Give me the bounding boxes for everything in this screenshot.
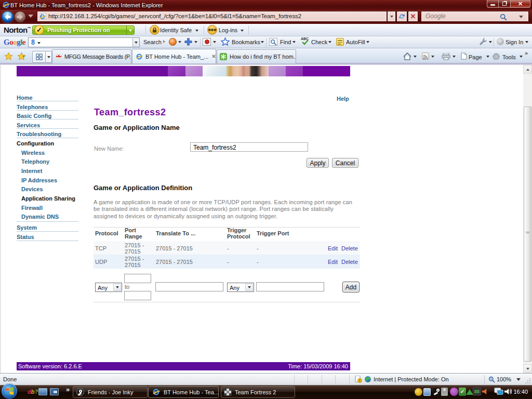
svg-text:!: !	[359, 379, 360, 382]
